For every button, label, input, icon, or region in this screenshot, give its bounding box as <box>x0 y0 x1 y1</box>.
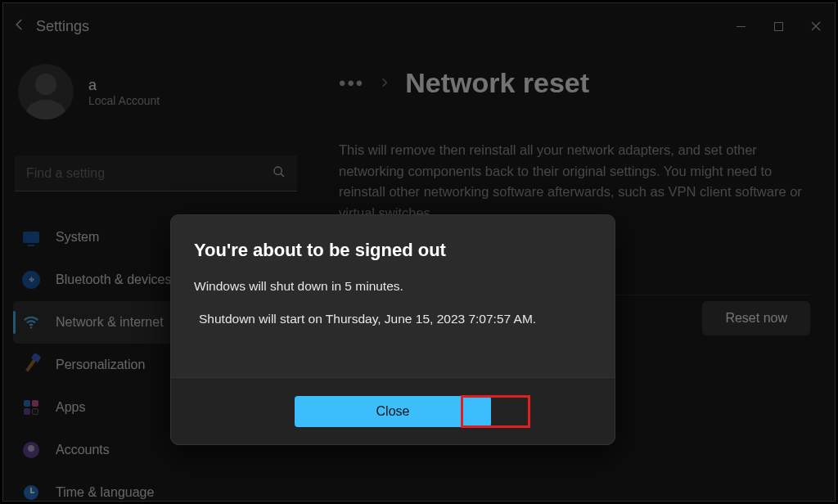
sidebar-item-label: System <box>56 230 99 245</box>
sidebar-item-label: Accounts <box>56 443 110 457</box>
chevron-right-icon <box>379 74 390 92</box>
close-button[interactable]: Close <box>295 396 491 427</box>
sidebar-item-time[interactable]: Time & language <box>13 471 304 504</box>
back-button[interactable] <box>3 17 36 36</box>
apps-icon <box>21 398 41 417</box>
dialog-message-2: Shutdown will start on Thursday, June 15… <box>194 312 592 326</box>
reset-now-button[interactable]: Reset now <box>702 301 810 335</box>
monitor-icon <box>21 227 41 247</box>
avatar <box>18 64 74 119</box>
breadcrumb-ellipsis[interactable]: ••• <box>339 72 364 95</box>
account-icon <box>21 440 41 460</box>
main-content: ••• Network reset This will remove then … <box>339 67 822 223</box>
sidebar-item-label: Time & language <box>56 485 154 500</box>
brush-icon <box>21 355 41 375</box>
page-description: This will remove then reinstall all your… <box>339 140 822 223</box>
window-controls <box>722 13 835 39</box>
dialog-message-1: Windows will shut down in 5 minutes. <box>194 279 592 294</box>
svg-point-2 <box>274 167 282 174</box>
search-icon <box>273 165 286 182</box>
sidebar-item-label: Apps <box>56 400 85 415</box>
maximize-button[interactable] <box>759 13 797 39</box>
search-input[interactable] <box>26 166 273 181</box>
search-box[interactable] <box>15 155 297 191</box>
titlebar: Settings <box>3 3 835 49</box>
bluetooth-icon: ⌖ <box>21 270 41 290</box>
profile-name: a <box>88 77 160 94</box>
sidebar-item-label: Personalization <box>56 358 145 372</box>
page-title: Network reset <box>405 67 589 99</box>
clock-icon <box>21 483 41 502</box>
minimize-button[interactable] <box>722 13 759 39</box>
signout-dialog: You're about to be signed out Windows wi… <box>170 214 615 445</box>
window-title: Settings <box>36 18 89 35</box>
profile-subtitle: Local Account <box>88 94 160 107</box>
sidebar-item-label: Network & internet <box>56 315 164 330</box>
breadcrumb: ••• Network reset <box>339 67 822 99</box>
profile-block[interactable]: a Local Account <box>18 64 160 119</box>
svg-point-4 <box>30 326 32 328</box>
close-window-button[interactable] <box>797 13 835 39</box>
settings-window: Settings a Local Account System <box>2 2 836 502</box>
dialog-title: You're about to be signed out <box>194 240 592 261</box>
svg-line-3 <box>281 173 284 177</box>
wifi-icon <box>21 313 41 332</box>
sidebar-item-label: Bluetooth & devices <box>56 272 171 287</box>
